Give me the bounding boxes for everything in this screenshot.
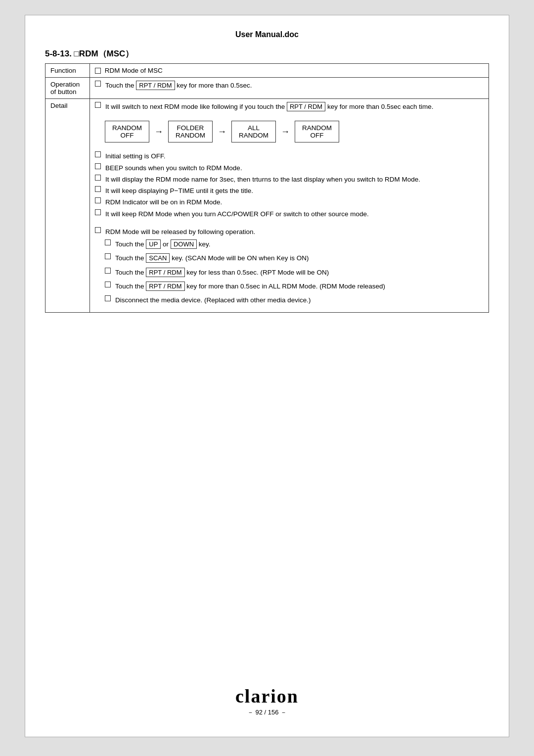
bullet-ptime: It will keep displaying P−TIME until it … [95,186,484,196]
bullet-acc: It will keep RDM Mode when you turn ACC/… [95,209,484,219]
bullet-indicator-text: RDM Indicator will be on in RDM Mode. [105,197,222,207]
release-rpt-less-text: Touch the RPT / RDM key for less than 0.… [115,268,329,278]
release-item-rpt-less: Touch the RPT / RDM key for less than 0.… [105,268,484,278]
key-rpt-rdm-switch: RPT / RDM [287,102,325,111]
release-item-disconnect: Disconnect the media device. (Replaced w… [105,295,484,305]
arrow-1: → [154,127,163,137]
bullet-ptime-text: It will keep displaying P−TIME until it … [105,186,253,196]
detail-bullets-section: Initial setting is OFF. BEEP sounds when… [95,151,484,219]
bullet-display: It will display the RDM mode name for 3s… [95,175,484,185]
bullet-indicator: RDM Indicator will be on in RDM Mode. [95,197,484,207]
section-heading: 5-8-13. □RDM（MSC） [45,48,489,59]
key-rpt-rdm-more: RPT / RDM [146,282,184,291]
key-scan: SCAN [146,253,170,263]
release-title-text: RDM Mode will be released by following o… [105,227,255,237]
cb-release [95,227,101,233]
content-operation: Touch the RPT / RDM key for more than 0.… [90,78,489,99]
cb3 [95,175,101,181]
operation-text: Touch the RPT / RDM key for more than 0.… [105,81,252,91]
flow-diagram: RANDOMOFF → FOLDERRANDOM → ALLRANDOM → R… [105,121,484,142]
bullet-initial-text: Initial setting is OFF. [105,151,166,161]
cb1 [95,151,101,157]
flow-box-random-off-2: RANDOMOFF [295,121,339,142]
key-down: DOWN [171,239,197,249]
flow-box-all-random: ALLRANDOM [231,121,276,142]
release-section: RDM Mode will be released by following o… [95,227,484,306]
flow-box-folder-random: FOLDERRANDOM [168,121,213,142]
bullet-beep: BEEP sounds when you switch to RDM Mode. [95,163,484,173]
cb-disconnect [105,295,111,301]
key-rpt-rdm-op: RPT / RDM [136,81,175,90]
cb5 [95,197,101,203]
main-table: Function RDM Mode of MSC Operationof but… [45,63,489,313]
bullet-display-text: It will display the RDM mode name for 3s… [105,175,420,185]
arrow-2: → [218,127,226,137]
label-detail: Detail [45,99,90,313]
checkbox-op [95,81,101,87]
arrow-3: → [281,127,290,137]
page-title: User Manual.doc [45,30,489,39]
release-item-scan: Touch the SCAN key. (SCAN Mode will be O… [105,253,484,263]
cb-updown [105,239,111,245]
release-title-line: RDM Mode will be released by following o… [95,227,484,237]
function-text: RDM Mode of MSC [95,67,163,74]
switch-note: It will switch to next RDM mode like fol… [95,102,484,112]
switch-note-text: It will switch to next RDM mode like fol… [105,102,433,112]
cb-rpt-more [105,282,111,287]
bullet-initial: Initial setting is OFF. [95,151,484,161]
footer: clarion － 92 / 156 － [45,670,489,717]
table-row-function: Function RDM Mode of MSC [45,64,489,78]
table-row-detail: Detail It will switch to next RDM mode l… [45,99,489,313]
label-function: Function [45,64,90,78]
cb2 [95,163,101,169]
section-title: 5-8-13. □RDM（MSC） [45,48,134,59]
cb-rpt-less [105,268,111,274]
page-container: User Manual.doc 5-8-13. □RDM（MSC） Functi… [25,15,509,737]
bullet-acc-text: It will keep RDM Mode when you turn ACC/… [105,209,369,219]
release-disconnect-text: Disconnect the media device. (Replaced w… [115,295,311,305]
operation-line: Touch the RPT / RDM key for more than 0.… [95,81,484,91]
cb-scan [105,253,111,259]
content-function: RDM Mode of MSC [90,64,489,78]
cb6 [95,209,101,215]
checkbox-function [95,68,101,74]
release-items: Touch the UP or DOWN key. Touch the SCAN… [105,239,484,305]
release-rpt-more-text: Touch the RPT / RDM key for more than 0.… [115,282,385,291]
key-rpt-rdm-less: RPT / RDM [146,268,184,277]
table-row-operation: Operationof button Touch the RPT / RDM k… [45,78,489,99]
bullet-beep-text: BEEP sounds when you switch to RDM Mode. [105,163,242,173]
release-item-rpt-more: Touch the RPT / RDM key for more than 0.… [105,282,484,291]
release-item-updown: Touch the UP or DOWN key. [105,239,484,249]
flow-box-random-off-1: RANDOMOFF [105,121,149,142]
cb4 [95,186,101,192]
release-updown-text: Touch the UP or DOWN key. [115,239,211,249]
checkbox-switch [95,102,101,108]
content-detail: It will switch to next RDM mode like fol… [90,99,489,313]
label-operation: Operationof button [45,78,90,99]
release-scan-text: Touch the SCAN key. (SCAN Mode will be O… [115,253,309,263]
brand-logo: clarion [45,685,489,707]
page-number: － 92 / 156 － [45,708,489,717]
key-up: UP [146,239,161,249]
